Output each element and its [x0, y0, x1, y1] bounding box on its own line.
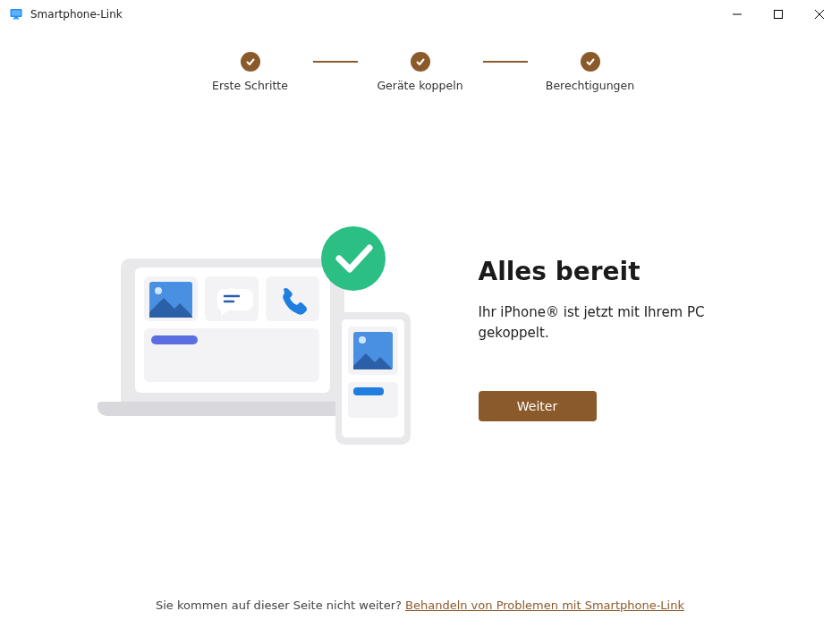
check-icon	[411, 52, 430, 72]
svg-rect-3	[13, 18, 20, 19]
footer-prompt: Sie kommen auf dieser Seite nicht weiter…	[156, 598, 405, 612]
svg-point-27	[321, 226, 386, 291]
close-button[interactable]	[799, 0, 840, 29]
maximize-button[interactable]	[758, 0, 799, 29]
troubleshoot-link[interactable]: Behandeln von Problemen mit Smartphone-L…	[405, 598, 684, 612]
step-label: Erste Schritte	[212, 79, 288, 92]
continue-button[interactable]: Weiter	[479, 391, 597, 421]
svg-point-13	[155, 287, 162, 294]
setup-illustration	[94, 223, 416, 455]
svg-rect-26	[353, 387, 384, 395]
app-title: Smartphone-Link	[30, 8, 123, 21]
step-label: Geräte koppeln	[377, 79, 462, 92]
svg-point-24	[359, 336, 366, 344]
page-subhead: Ihr iPhone® ist jetzt mit Ihrem PC gekop…	[479, 302, 747, 343]
step-connector	[313, 61, 358, 63]
svg-rect-1	[12, 11, 21, 16]
titlebar-left: Smartphone-Link	[9, 7, 123, 21]
footer: Sie kommen auf dieser Seite nicht weiter…	[0, 586, 840, 628]
step-connector	[483, 61, 528, 63]
main-content: Alles bereit Ihr iPhone® ist jetzt mit I…	[0, 92, 840, 586]
progress-stepper: Erste Schritte Geräte koppeln Berechtigu…	[188, 52, 653, 92]
minimize-button[interactable]	[717, 0, 758, 29]
titlebar: Smartphone-Link	[0, 0, 840, 29]
svg-rect-19	[151, 335, 198, 344]
svg-rect-2	[14, 17, 18, 18]
svg-point-14	[221, 288, 242, 310]
check-icon	[241, 52, 260, 72]
step-pair-devices: Geräte koppeln	[358, 52, 483, 92]
page-headline: Alles bereit	[479, 257, 747, 287]
window-controls	[717, 0, 840, 29]
text-column: Alles bereit Ihr iPhone® ist jetzt mit I…	[479, 257, 747, 422]
step-permissions: Berechtigungen	[528, 52, 653, 92]
check-icon	[581, 52, 600, 72]
app-icon	[9, 7, 23, 21]
svg-rect-5	[775, 11, 783, 19]
step-first-steps: Erste Schritte	[188, 52, 313, 92]
step-label: Berechtigungen	[546, 79, 634, 92]
svg-rect-11	[266, 276, 319, 321]
